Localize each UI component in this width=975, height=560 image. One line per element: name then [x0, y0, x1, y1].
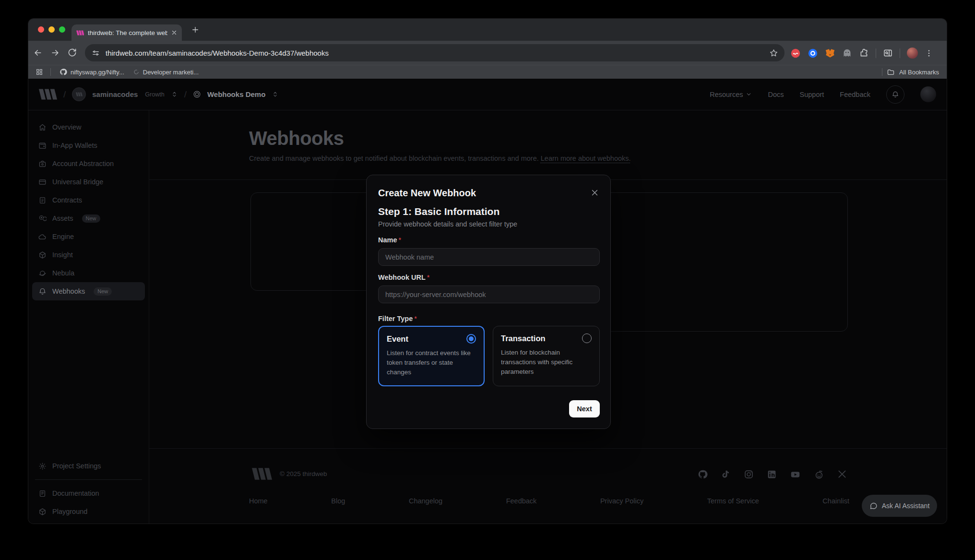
minimize-window-button[interactable] — [48, 26, 55, 33]
sidebar-item-playground[interactable]: Playground — [32, 502, 145, 521]
sidebar-item-overview[interactable]: Overview — [32, 118, 145, 136]
webhook-name-input[interactable] — [378, 248, 600, 266]
address-bar[interactable]: thirdweb.com/team/saminacodes/Webhooks-D… — [85, 44, 785, 61]
app-top-nav: / saminacodes Growth / Webhooks Demo Res… — [28, 79, 947, 110]
nav-link-feedback[interactable]: Feedback — [840, 91, 870, 98]
close-tab-icon[interactable] — [171, 30, 177, 36]
footer-link-home[interactable]: Home — [249, 497, 268, 505]
sidebar-item-engine[interactable]: Engine — [32, 227, 145, 246]
user-avatar[interactable] — [920, 86, 936, 102]
option-title: Event — [387, 334, 408, 344]
browser-tab[interactable]: thirdweb: The complete web3 — [71, 24, 182, 41]
extension-blue-icon[interactable] — [808, 48, 818, 59]
x-twitter-icon[interactable] — [837, 469, 847, 479]
modal-close-icon[interactable] — [591, 189, 599, 197]
webhook-url-input[interactable] — [378, 286, 600, 303]
footer-link-chainlist[interactable]: Chainlist — [822, 497, 849, 505]
name-label-text: Name — [378, 236, 397, 244]
notifications-button[interactable] — [886, 85, 904, 104]
sidebar-item-insight[interactable]: Insight — [32, 246, 145, 264]
browser-window: thirdweb: The complete web3 thirdweb.com… — [28, 18, 947, 524]
back-icon[interactable] — [33, 48, 43, 58]
linkedin-icon[interactable] — [767, 469, 777, 479]
bookmark-developer-marketing[interactable]: Developer marketi... — [133, 69, 199, 76]
bookmark-star-icon[interactable] — [769, 48, 778, 58]
metamask-icon[interactable] — [825, 48, 835, 59]
project-switcher-icon[interactable] — [272, 91, 279, 98]
url-text: thirdweb.com/team/saminacodes/Webhooks-D… — [106, 49, 769, 57]
ask-ai-assistant-button[interactable]: Ask AI Assistant — [862, 495, 937, 517]
bookmarks-separator-right — [882, 68, 882, 76]
reload-icon[interactable] — [68, 48, 77, 57]
menu-dots-icon[interactable] — [925, 49, 933, 58]
radio-selected-icon[interactable] — [466, 334, 476, 344]
chat-bubble-icon — [869, 502, 878, 510]
zoom-window-button[interactable] — [59, 26, 65, 33]
youtube-icon[interactable] — [790, 469, 801, 479]
new-tab-button[interactable] — [191, 26, 199, 34]
screenshot-root: thirdweb: The complete web3 thirdweb.com… — [0, 0, 975, 560]
filter-option-event[interactable]: Event Listen for contract events like to… — [378, 326, 485, 386]
sidebar-item-label: Nebula — [52, 269, 74, 277]
sidebar-item-label: In-App Wallets — [52, 142, 97, 149]
thirdweb-favicon-icon — [76, 30, 84, 36]
sidebar-divider — [35, 479, 142, 480]
project-cube-icon — [193, 90, 201, 98]
team-switcher-icon[interactable] — [171, 91, 178, 98]
filter-label-text: Filter Type — [378, 315, 413, 322]
footer-divider — [149, 448, 947, 449]
radio-unselected-icon[interactable] — [582, 334, 592, 343]
extensions-puzzle-icon[interactable] — [859, 48, 869, 58]
learn-more-link[interactable]: Learn more about webhooks. — [541, 155, 631, 162]
filter-option-transaction[interactable]: Transaction Listen for blockchain transa… — [493, 326, 600, 386]
option-description: Listen for blockchain transactions with … — [501, 348, 592, 377]
next-button[interactable]: Next — [569, 400, 600, 417]
footer-link-privacy-policy[interactable]: Privacy Policy — [600, 497, 643, 505]
sidebar-item-nebula[interactable]: Nebula — [32, 264, 145, 282]
url-label-text: Webhook URL — [378, 274, 426, 281]
apps-grid-icon[interactable] — [36, 68, 43, 76]
browser-profile-avatar[interactable] — [907, 48, 918, 59]
phantom-icon[interactable] — [842, 48, 852, 58]
nav-link-support[interactable]: Support — [800, 91, 824, 98]
sidebar-item-account-abstraction[interactable]: Account Abstraction — [32, 155, 145, 173]
sidebar-item-assets[interactable]: Assets New — [32, 209, 145, 227]
sidebar-item-documentation[interactable]: Documentation — [32, 484, 145, 502]
extension-red-icon[interactable] — [790, 48, 801, 59]
team-name[interactable]: saminacodes — [92, 90, 138, 98]
coins-icon — [38, 214, 47, 223]
github-icon[interactable] — [698, 469, 708, 479]
gear-icon — [38, 462, 47, 470]
sidebar-item-label: Overview — [52, 123, 81, 131]
plan-badge: Growth — [145, 91, 164, 98]
project-name[interactable]: Webhooks Demo — [207, 90, 265, 98]
bookmark-niftyswap[interactable]: niftyswap.gg/Nifty... — [59, 68, 124, 76]
footer-links: Home Blog Changelog Feedback Privacy Pol… — [249, 497, 849, 505]
tiktok-icon[interactable] — [721, 469, 731, 479]
sidebar-item-in-app-wallets[interactable]: In-App Wallets — [32, 136, 145, 155]
filter-type-label: Filter Type* — [378, 315, 417, 322]
sidebar-item-label: Contracts — [52, 196, 82, 204]
site-settings-icon[interactable] — [92, 49, 100, 57]
all-bookmarks[interactable]: All Bookmarks — [882, 68, 939, 76]
sidebar-item-label: Assets — [52, 214, 73, 222]
bookmarks-bar: niftyswap.gg/Nifty... Developer marketi.… — [28, 65, 947, 79]
instagram-icon[interactable] — [744, 469, 754, 479]
sidebar-item-contracts[interactable]: Contracts — [32, 191, 145, 209]
nav-link-resources[interactable]: Resources — [710, 91, 752, 98]
breadcrumb-separator: / — [63, 89, 66, 100]
sidebar-item-webhooks[interactable]: Webhooks New — [32, 282, 145, 300]
forward-icon[interactable] — [50, 48, 60, 58]
reddit-icon[interactable] — [814, 469, 824, 480]
sidebar-item-universal-bridge[interactable]: Universal Bridge — [32, 173, 145, 191]
footer-link-changelog[interactable]: Changelog — [409, 497, 442, 505]
footer-link-blog[interactable]: Blog — [331, 497, 345, 505]
side-panel-icon[interactable] — [883, 48, 893, 58]
footer-link-terms-of-service[interactable]: Terms of Service — [707, 497, 759, 505]
close-window-button[interactable] — [38, 26, 44, 33]
nav-link-docs[interactable]: Docs — [768, 91, 784, 98]
footer-link-feedback[interactable]: Feedback — [506, 497, 537, 505]
sidebar-item-label: Webhooks — [52, 287, 85, 295]
thirdweb-logo-icon[interactable] — [39, 89, 57, 100]
sidebar-item-project-settings[interactable]: Project Settings — [32, 457, 145, 475]
